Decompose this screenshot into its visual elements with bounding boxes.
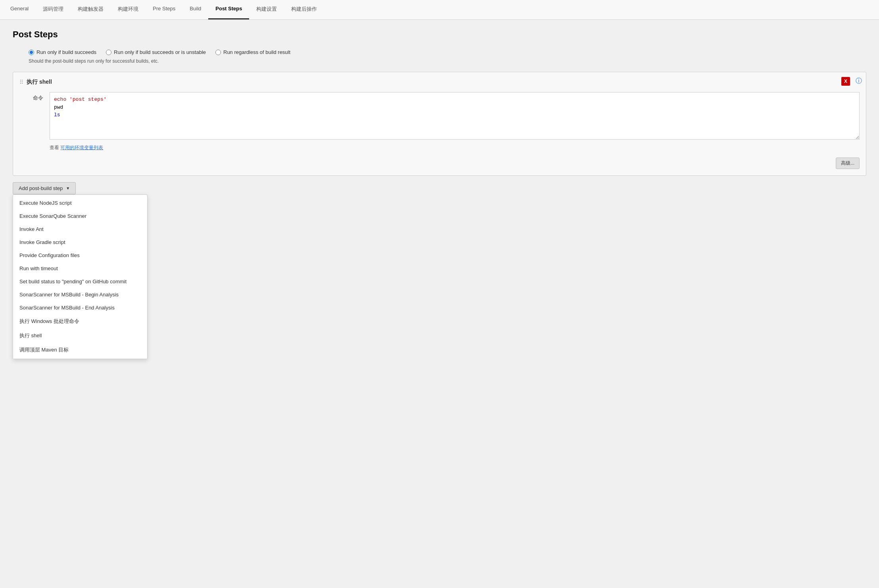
- command-editor[interactable]: echo 'post steps' pwd ls: [50, 92, 860, 140]
- dropdown-item-0[interactable]: Execute NodeJS script: [13, 196, 147, 209]
- dropdown-item-1[interactable]: Execute SonarQube Scanner: [13, 209, 147, 223]
- tab-bar: General 源码管理 构建触发器 构建环境 Pre Steps Build …: [0, 0, 879, 20]
- tab-general[interactable]: General: [3, 0, 36, 19]
- add-step-button[interactable]: Add post-build step ▼: [13, 182, 76, 194]
- advanced-button[interactable]: 高级...: [836, 158, 860, 169]
- advanced-row: 高级...: [19, 158, 860, 169]
- tab-post-actions[interactable]: 构建后操作: [284, 0, 324, 19]
- dropdown-item-10[interactable]: 执行 shell: [13, 329, 147, 343]
- tab-build-settings[interactable]: 构建设置: [249, 0, 284, 19]
- env-link-anchor[interactable]: 可用的环境变量列表: [60, 145, 103, 150]
- shell-title: 执行 shell: [27, 79, 52, 86]
- shell-card: ⠿ 执行 shell X ⓘ 命令 echo 'post steps' pwd …: [13, 72, 866, 176]
- dropdown-item-4[interactable]: Provide Configuration files: [13, 249, 147, 262]
- shell-header: ⠿ 执行 shell: [19, 79, 860, 86]
- dropdown-arrow-icon: ▼: [66, 186, 70, 190]
- dropdown-item-3[interactable]: Invoke Gradle script: [13, 236, 147, 249]
- tab-trigger[interactable]: 构建触发器: [71, 0, 111, 19]
- radio-run-unstable-input[interactable]: [106, 50, 111, 55]
- add-step-container: Add post-build step ▼ Execute NodeJS scr…: [13, 182, 76, 194]
- tab-post-steps[interactable]: Post Steps: [208, 0, 249, 19]
- radio-run-unstable-label: Run only if build succeeds or is unstabl…: [114, 49, 206, 55]
- tab-env[interactable]: 构建环境: [111, 0, 146, 19]
- code-line-2: pwd: [54, 104, 855, 111]
- page-content: Post Steps Run only if build succeeds Ru…: [0, 20, 879, 588]
- radio-hint: Should the post-build steps run only for…: [13, 58, 866, 64]
- env-link-row: 查看 可用的环境变量列表: [50, 144, 860, 151]
- radio-run-success-input[interactable]: [29, 50, 34, 55]
- dropdown-item-11[interactable]: 调用顶层 Maven 目标: [13, 343, 147, 357]
- drag-handle-icon[interactable]: ⠿: [19, 79, 23, 85]
- code-line-1: echo 'post steps': [54, 96, 855, 104]
- command-label: 命令: [19, 92, 43, 102]
- dropdown-item-8[interactable]: SonarScanner for MSBuild - End Analysis: [13, 301, 147, 314]
- radio-run-success-label: Run only if build succeeds: [36, 49, 96, 55]
- dropdown-item-9[interactable]: 执行 Windows 批处理命令: [13, 314, 147, 329]
- radio-run-unstable[interactable]: Run only if build succeeds or is unstabl…: [106, 49, 206, 55]
- radio-run-success[interactable]: Run only if build succeeds: [29, 49, 96, 55]
- dropdown-item-2[interactable]: Invoke Ant: [13, 223, 147, 236]
- tab-build[interactable]: Build: [182, 0, 208, 19]
- command-row: 命令 echo 'post steps' pwd ls: [19, 92, 860, 140]
- radio-run-always-input[interactable]: [215, 50, 221, 55]
- add-step-label: Add post-build step: [19, 185, 63, 191]
- dropdown-item-6[interactable]: Set build status to "pending" on GitHub …: [13, 275, 147, 288]
- radio-run-always[interactable]: Run regardless of build result: [215, 49, 290, 55]
- close-button[interactable]: X: [841, 77, 850, 86]
- dropdown-item-7[interactable]: SonarScanner for MSBuild - Begin Analysi…: [13, 288, 147, 301]
- dropdown-item-5[interactable]: Run with timeout: [13, 262, 147, 275]
- page-title: Post Steps: [13, 29, 866, 40]
- code-line-3: ls: [54, 111, 855, 119]
- tab-source[interactable]: 源码管理: [36, 0, 71, 19]
- radio-group: Run only if build succeeds Run only if b…: [13, 49, 866, 55]
- env-link-prefix: 查看: [50, 145, 60, 150]
- help-button[interactable]: ⓘ: [856, 77, 862, 85]
- radio-run-always-label: Run regardless of build result: [223, 49, 290, 55]
- dropdown-menu: Execute NodeJS script Execute SonarQube …: [13, 194, 148, 359]
- help-icon: ⓘ: [856, 77, 862, 84]
- tab-pre-steps[interactable]: Pre Steps: [146, 0, 182, 19]
